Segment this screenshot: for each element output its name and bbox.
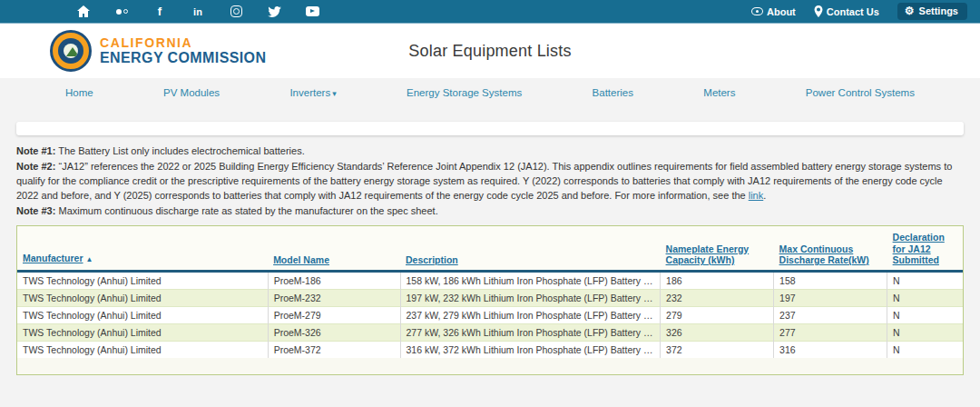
cell-discharge-rate: 237 <box>774 306 887 323</box>
table-row: TWS Technology (Anhui) Limited ProeM-279… <box>17 306 963 323</box>
table-row: TWS Technology (Anhui) Limited ProeM-186… <box>17 271 963 289</box>
cec-logo-text: CALIFORNIA ENERGY COMMISSION <box>100 36 266 66</box>
cell-capacity: 232 <box>661 289 774 306</box>
cell-capacity: 279 <box>661 306 774 323</box>
note-2-label: Note #2: <box>16 161 55 172</box>
page-title: Solar Equipment Lists <box>408 42 571 61</box>
instagram-icon[interactable] <box>229 5 243 18</box>
battery-list-table-container: Manufacturer▲ Model Name Description Nam… <box>16 225 964 375</box>
col-header-model-name-label[interactable]: Model Name <box>273 254 329 265</box>
nav-item-inverters[interactable]: Inverters▾ <box>289 87 336 98</box>
cell-manufacturer: TWS Technology (Anhui) Limited <box>17 323 268 341</box>
note-1: Note #1: The Battery List only includes … <box>16 144 964 158</box>
cell-description: 197 kW, 232 kWh Lithium Iron Phosphate (… <box>400 289 661 306</box>
chevron-down-icon: ▾ <box>332 89 337 98</box>
cell-manufacturer: TWS Technology (Anhui) Limited <box>17 289 268 306</box>
flickr-dot-right <box>123 9 128 14</box>
cell-capacity: 186 <box>661 271 774 289</box>
cell-manufacturer: TWS Technology (Anhui) Limited <box>17 341 268 358</box>
note-3: Note #3: Maximum continuous discharge ra… <box>16 204 964 218</box>
collapsed-filter-panel <box>16 122 964 135</box>
youtube-icon[interactable] <box>305 5 319 18</box>
gear-icon: ⚙ <box>905 5 915 16</box>
note-1-label: Note #1: <box>16 145 55 156</box>
cec-seal-icon <box>50 30 92 72</box>
facebook-icon[interactable]: f <box>152 5 167 18</box>
top-bar: f in About Contact Us ⚙ Settings <box>0 0 980 24</box>
settings-label: Settings <box>919 5 958 16</box>
settings-button[interactable]: ⚙ Settings <box>897 3 967 20</box>
cell-discharge-rate: 197 <box>774 289 887 306</box>
note-3-label: Note #3: <box>16 205 55 216</box>
instagram-frame <box>230 5 242 17</box>
col-header-manufacturer-label[interactable]: Manufacturer <box>23 253 83 263</box>
cell-capacity: 326 <box>661 323 774 341</box>
col-header-manufacturer[interactable]: Manufacturer▲ <box>17 226 268 271</box>
col-header-nameplate-capacity[interactable]: Nameplate Energy Capacity (kWh) <box>661 226 774 271</box>
flickr-icon[interactable] <box>114 5 129 18</box>
nav-item-meters[interactable]: Meters <box>703 87 735 98</box>
linkedin-icon[interactable]: in <box>191 5 205 18</box>
note-2: Note #2: “JA12” references the 2022 or 2… <box>16 159 964 203</box>
cell-capacity: 372 <box>661 341 774 358</box>
cell-manufacturer: TWS Technology (Anhui) Limited <box>17 271 268 289</box>
about-label: About <box>767 6 796 17</box>
nav-item-energy-storage-systems[interactable]: Energy Storage Systems <box>407 87 522 98</box>
nav-item-batteries[interactable]: Batteries <box>593 87 633 98</box>
col-header-description-label[interactable]: Description <box>406 254 458 265</box>
col-header-ja12-declaration[interactable]: Declaration for JA12 Submitted <box>887 226 963 271</box>
note-1-text: The Battery List only includes electroch… <box>55 145 304 156</box>
cell-model-name: ProeM-232 <box>268 289 400 306</box>
sort-ascending-icon: ▲ <box>86 254 93 266</box>
col-header-nameplate-capacity-label[interactable]: Nameplate Energy Capacity (kWh) <box>666 243 750 266</box>
cell-discharge-rate: 158 <box>774 271 887 289</box>
social-links: f in <box>76 5 319 18</box>
note-2-text-after: . <box>763 190 766 201</box>
topbar-utility-links: About Contact Us ⚙ Settings <box>751 3 967 20</box>
cell-ja12: N <box>887 323 963 341</box>
battery-list-table: Manufacturer▲ Model Name Description Nam… <box>17 226 963 358</box>
table-row: TWS Technology (Anhui) Limited ProeM-326… <box>17 323 963 341</box>
col-header-ja12-declaration-label[interactable]: Declaration for JA12 Submitted <box>893 232 945 265</box>
cec-seal-core <box>64 44 78 58</box>
nav-item-power-control-systems[interactable]: Power Control Systems <box>806 87 915 98</box>
col-header-max-discharge[interactable]: Max Continuous Discharge Rate(kW) <box>774 226 887 271</box>
col-header-description[interactable]: Description <box>400 226 661 271</box>
cell-model-name: ProeM-326 <box>268 323 400 341</box>
cell-model-name: ProeM-186 <box>268 271 400 289</box>
table-row: TWS Technology (Anhui) Limited ProeM-232… <box>17 289 963 306</box>
note-3-text: Maximum continuous discharge rate as sta… <box>55 205 437 216</box>
cell-ja12: N <box>887 271 963 289</box>
cell-description: 316 kW, 372 kWh Lithium Iron Phosphate (… <box>400 341 661 358</box>
nav-item-pv-modules[interactable]: PV Modules <box>163 87 220 98</box>
cell-manufacturer: TWS Technology (Anhui) Limited <box>17 306 268 323</box>
about-link[interactable]: About <box>751 6 796 17</box>
home-icon[interactable] <box>76 5 91 18</box>
nav-item-inverters-label: Inverters <box>289 87 330 98</box>
logo-line2: ENERGY COMMISSION <box>100 50 266 66</box>
notes-section: Note #1: The Battery List only includes … <box>16 144 964 218</box>
twitter-icon[interactable] <box>267 5 281 18</box>
cell-description: 158 kW, 186 kWh Lithium Iron Phosphate (… <box>400 271 661 289</box>
note-2-link[interactable]: link <box>749 190 764 201</box>
col-header-max-discharge-label[interactable]: Max Continuous Discharge Rate(kW) <box>779 243 869 266</box>
cell-ja12: N <box>887 289 963 306</box>
main-nav: Home PV Modules Inverters▾ Energy Storag… <box>0 78 980 107</box>
cell-description: 277 kW, 326 kWh Lithium Iron Phosphate (… <box>400 323 661 341</box>
contact-us-link[interactable]: Contact Us <box>814 5 879 17</box>
logo-line1: CALIFORNIA <box>100 36 266 50</box>
eye-icon <box>751 7 763 15</box>
nav-item-home[interactable]: Home <box>65 87 93 98</box>
cell-model-name: ProeM-372 <box>268 341 400 358</box>
cell-ja12: N <box>887 306 963 323</box>
cell-discharge-rate: 316 <box>774 341 887 358</box>
cell-ja12: N <box>887 341 963 358</box>
flickr-dot-left <box>116 9 122 15</box>
cec-logo[interactable]: CALIFORNIA ENERGY COMMISSION <box>50 30 266 72</box>
cell-model-name: ProeM-279 <box>268 306 400 323</box>
col-header-model-name[interactable]: Model Name <box>268 226 400 271</box>
map-pin-icon <box>814 5 823 17</box>
table-header-row: Manufacturer▲ Model Name Description Nam… <box>17 226 963 271</box>
contact-us-label: Contact Us <box>827 6 879 17</box>
site-header: CALIFORNIA ENERGY COMMISSION Solar Equip… <box>0 24 980 78</box>
